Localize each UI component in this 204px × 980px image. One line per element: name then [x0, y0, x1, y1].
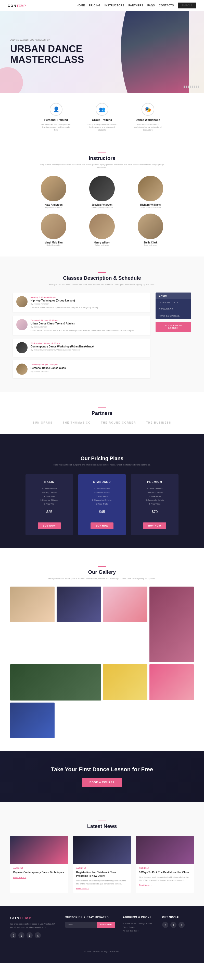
news-read-more-2[interactable]: Read More →	[76, 888, 128, 890]
buy-now-premium-button[interactable]: BUY NOW	[143, 522, 166, 529]
news-read-more-1[interactable]: Read More →	[13, 876, 65, 878]
classes-sidebar: BASIC INTERMEDIATE ADVANCED PROFESSIONAL…	[155, 293, 191, 382]
service-personal-training: 👤 Personal Training We will make this in…	[41, 103, 71, 132]
class-day-2: Tuesday 9:00 am - 12:00 pm	[31, 319, 147, 321]
instructor-name-3: Richard Williams	[129, 204, 172, 206]
logo: CONTEMP	[8, 3, 26, 8]
buy-now-standard-button[interactable]: BUY NOW	[90, 522, 114, 529]
level-advanced[interactable]: ADVANCED	[155, 306, 191, 312]
plan-feature: 2 Classes for Children	[83, 499, 121, 501]
social-instagram[interactable]: i	[27, 932, 33, 939]
footer-subscribe-button[interactable]: SUBSCRIBE	[97, 922, 115, 928]
nav-contacts[interactable]: CONTACTS	[159, 4, 174, 7]
news-read-more-3[interactable]: Read More →	[139, 884, 191, 886]
gallery-section: Our Gallery Here you can find all the ph…	[0, 548, 204, 751]
service-group-training: 👥 Group Training Group training classes …	[87, 103, 117, 132]
nav-pricing[interactable]: PRICING	[89, 4, 100, 7]
plan-feature: 1 Class for Children	[31, 499, 68, 501]
class-thumb-2	[16, 319, 27, 330]
level-professional[interactable]: PROFESSIONAL	[155, 312, 191, 319]
gallery-subtitle: Here you can find all the photos from ou…	[38, 577, 166, 580]
service-title-3: Dance Workshops	[133, 118, 163, 121]
book-course-button[interactable]: BOOK A COURSE	[82, 778, 122, 787]
service-dance-workshops: 🎭 Dance Workshops Join our exclusive dan…	[133, 103, 163, 132]
nav-instructors[interactable]: INSTRUCTORS	[104, 4, 125, 7]
instructor-card: Meryl McMillan Ballet Instructor	[32, 213, 75, 246]
pricing-title: Our Pricing Plans	[10, 455, 194, 461]
social-pinterest[interactable]: p	[35, 932, 41, 939]
plan-feature: 10 Group Classes	[136, 491, 173, 493]
news-article-title-3: 5 Ways To Pick The Best Music For Class	[139, 871, 191, 874]
instructor-photo-2	[89, 176, 115, 201]
class-day-3: Wednesday 1:00 pm - 2:00 pm	[31, 342, 147, 344]
class-desc-2: Urban dance classes for teens and adults…	[31, 329, 147, 332]
pricing-card-basic: Basic 1 Dance Lesson 2 Group Classes 1 W…	[25, 474, 73, 535]
pricing-card-standard: Standard 3 Dance Lessons 4 Group Classes…	[78, 474, 126, 535]
instructors-section: Instructors Bring out the best in yourse…	[0, 139, 204, 256]
footer-copyright: © 2019 Contemp. All Rights Reserved.	[10, 946, 194, 953]
news-article-title-2: Registration For Children & Teen Program…	[76, 871, 128, 878]
nav-links: HOME PRICING INSTRUCTORS PARTNERS FAQS C…	[77, 3, 196, 8]
pricing-card-premium: Premium 8 Dance Lessons 10 Group Classes…	[131, 474, 179, 535]
footer-social-col: GET SOCIAL f t i	[162, 916, 194, 939]
nav-partners[interactable]: PARTNERS	[128, 4, 143, 7]
class-day-1: Monday 5:00 pm - 8:00 pm	[31, 296, 147, 298]
nav-faqs[interactable]: FAQS	[147, 4, 155, 7]
footer-social-fb[interactable]: f	[162, 922, 168, 928]
buy-now-basic-button[interactable]: BUY NOW	[38, 522, 61, 529]
news-section: Latest News AUG 2019 Popular Contemporar…	[0, 802, 204, 906]
book-free-lesson-button[interactable]: BOOK A FREE LESSON	[155, 321, 191, 332]
pricing-grid: Basic 1 Dance Lesson 2 Group Classes 1 W…	[25, 474, 179, 535]
class-by-1: By Jessica Peterson	[31, 303, 147, 305]
hero-date: JULY 15-19, 2019, LOS ANGELES, CA	[10, 38, 84, 41]
nav-enroll-button[interactable]: ENROLL	[178, 3, 196, 8]
plan-feature: 1 Dance Lesson	[31, 487, 68, 490]
class-name-3: Contemporary Dance Workshop (Urban/Break…	[31, 345, 147, 348]
sidebar-levels: BASIC INTERMEDIATE ADVANCED PROFESSIONAL	[155, 293, 191, 319]
hero-section: JULY 15-19, 2019, LOS ANGELES, CA URBAN …	[0, 11, 204, 93]
gallery-item	[103, 664, 147, 700]
instructor-name-4: Meryl McMillan	[32, 241, 75, 244]
classes-subtitle: Here you can find all our classes and wh…	[38, 283, 166, 286]
footer-email-input[interactable]	[65, 922, 97, 928]
gallery-item	[10, 664, 101, 700]
classes-list: Monday 5:00 pm - 8:00 pm Hip-Hop Techniq…	[13, 293, 150, 382]
class-name-4: Personal House Dance Class	[31, 367, 147, 369]
gallery-item	[103, 587, 147, 662]
cta-title: Take Your First Dance Lesson for Free	[10, 766, 194, 773]
news-article-title-1: Popular Contemporary Dance Techniques	[13, 871, 65, 874]
nav-home[interactable]: HOME	[77, 4, 85, 7]
instructor-photo-6	[138, 213, 163, 239]
news-body-3: AUG 2019 5 Ways To Pick The Best Music F…	[136, 864, 194, 889]
footer-social-ig[interactable]: i	[179, 922, 185, 928]
footer-brand: CONTEMP We are a dance school based in L…	[10, 916, 58, 939]
plan-feature: 3 Workshops	[83, 495, 121, 497]
class-info-2: Tuesday 9:00 am - 12:00 pm Urban Dance C…	[31, 319, 147, 332]
social-twitter[interactable]: t	[18, 932, 24, 939]
social-facebook[interactable]: f	[10, 932, 16, 939]
footer-social-tw[interactable]: t	[170, 922, 177, 928]
news-body-2: AUG 2019 Registration For Children & Tee…	[73, 864, 131, 893]
instructor-name-1: Kate Anderson	[32, 204, 75, 206]
section-divider	[10, 150, 194, 154]
partner-logo-2: THE THOMAS CO	[63, 421, 91, 424]
news-image-2	[73, 836, 131, 864]
plan-feature: 5 Free Trials	[136, 503, 173, 505]
hero-dancer-image	[117, 11, 189, 93]
gallery-item	[149, 664, 194, 700]
instructor-photo-3	[138, 176, 163, 201]
news-card-2: AUG 2019 Registration For Children & Tee…	[73, 836, 131, 893]
level-intermediate[interactable]: INTERMEDIATE	[155, 299, 191, 306]
footer-address-title: ADDRESS & PHONE	[123, 916, 155, 919]
personal-training-icon: 👤	[50, 103, 62, 116]
section-divider	[10, 818, 194, 822]
instructors-title: Instructors	[10, 155, 194, 161]
class-item: Wednesday 1:00 pm - 2:00 pm Contemporary…	[13, 339, 150, 357]
instructor-card: Stella Clark Jazz Instructor	[129, 213, 172, 246]
level-basic[interactable]: BASIC	[155, 293, 191, 299]
news-card-3: AUG 2019 5 Ways To Pick The Best Music F…	[136, 836, 194, 893]
cta-banner-section: Take Your First Dance Lesson for Free BO…	[0, 751, 204, 802]
plan-feature: 4 Group Classes	[83, 491, 121, 493]
classes-section: Classes Description & Schedule Here you …	[0, 256, 204, 391]
services-section: 👤 Personal Training We will make this in…	[0, 93, 204, 139]
